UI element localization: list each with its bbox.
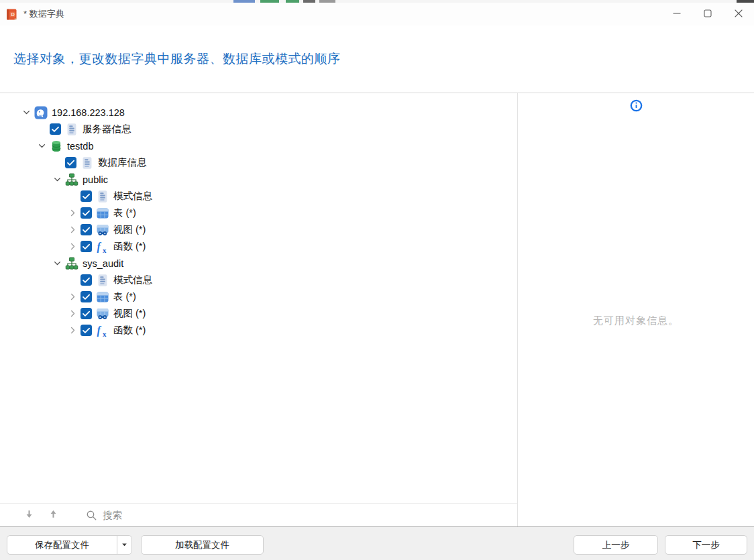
tree-item-label: 模式信息: [113, 274, 152, 286]
window-title: * 数据字典: [23, 8, 64, 20]
search-input[interactable]: [101, 509, 238, 521]
checkbox-checked[interactable]: [80, 190, 92, 202]
minimize-button[interactable]: [661, 3, 692, 25]
titlebar: D * 数据字典: [0, 3, 754, 25]
database-icon: [50, 139, 63, 153]
data-dictionary-book-icon: D: [6, 9, 17, 20]
chevron-right-icon[interactable]: [65, 224, 80, 236]
checkbox-checked[interactable]: [80, 207, 92, 219]
chevron-right-icon[interactable]: [65, 207, 80, 219]
tree-item-label: sys_audit: [83, 258, 123, 269]
save-config-split-button: 保存配置文件: [7, 535, 132, 555]
chevron-down-icon[interactable]: [50, 174, 65, 186]
tree-row[interactable]: fx函数 (*): [0, 322, 517, 339]
tree-row[interactable]: sys_audit: [0, 255, 517, 272]
object-tree: 192.168.223.128服务器信息testdb数据库信息public模式信…: [0, 93, 517, 503]
maximize-button[interactable]: [692, 3, 723, 25]
tree-row[interactable]: 192.168.223.128: [0, 104, 517, 121]
tree-item-label: 视图 (*): [113, 223, 146, 236]
tree-item-label: testdb: [67, 141, 94, 152]
wizard-instruction-header: 选择对象，更改数据字典中服务器、数据库或模式的顺序: [0, 25, 754, 93]
tree-row[interactable]: testdb: [0, 137, 517, 154]
function-icon: fx: [96, 240, 109, 254]
instruction-text: 选择对象，更改数据字典中服务器、数据库或模式的顺序: [13, 50, 341, 68]
tree-row[interactable]: 模式信息: [0, 272, 517, 288]
table-icon: [96, 207, 109, 220]
tree-item-label: 模式信息: [113, 190, 152, 203]
chevron-right-icon[interactable]: [65, 241, 80, 253]
checkbox-checked[interactable]: [80, 291, 92, 302]
checkbox-checked[interactable]: [80, 224, 92, 235]
chevron-right-icon[interactable]: [65, 325, 80, 337]
svg-text:x: x: [103, 245, 107, 254]
function-icon: fx: [96, 324, 109, 337]
tree-item-label: 视图 (*): [113, 307, 146, 320]
save-config-button[interactable]: 保存配置文件: [7, 536, 117, 554]
tree-item-label: 函数 (*): [113, 324, 146, 337]
move-down-button[interactable]: [23, 509, 35, 521]
empty-message: 无可用对象信息。: [518, 315, 754, 327]
info-icon: [630, 99, 643, 112]
object-tree-panel: 192.168.223.128服务器信息testdb数据库信息public模式信…: [0, 93, 518, 526]
main-area: 192.168.223.128服务器信息testdb数据库信息public模式信…: [0, 93, 754, 526]
close-icon: [735, 8, 743, 20]
tree-item-label: 函数 (*): [113, 240, 146, 253]
checkbox-checked[interactable]: [80, 308, 92, 319]
svg-text:D: D: [11, 11, 15, 17]
tree-item-label: 192.168.223.128: [52, 107, 125, 118]
window-controls: [661, 3, 754, 25]
checkbox-checked[interactable]: [50, 123, 61, 135]
move-up-button[interactable]: [47, 509, 59, 521]
arrow-up-icon: [48, 509, 58, 521]
svg-text:f: f: [97, 324, 102, 336]
checkbox-checked[interactable]: [80, 241, 92, 252]
object-info-panel: 无可用对象信息。: [518, 93, 754, 526]
expander-spacer: [65, 274, 80, 286]
checkbox-checked[interactable]: [80, 274, 92, 286]
expander-spacer: [34, 123, 50, 135]
load-config-button[interactable]: 加载配置文件: [141, 535, 264, 555]
tree-row[interactable]: public: [0, 171, 517, 188]
close-button[interactable]: [723, 3, 754, 25]
chevron-down-icon[interactable]: [50, 258, 65, 270]
chevron-down-icon[interactable]: [19, 107, 34, 119]
maximize-icon: [704, 8, 712, 20]
tree-row[interactable]: 数据库信息: [0, 154, 517, 171]
arrow-down-icon: [24, 509, 34, 521]
save-config-dropdown-button[interactable]: [117, 536, 131, 554]
schema-icon: [65, 173, 78, 186]
checkbox-checked[interactable]: [80, 325, 92, 336]
next-step-button[interactable]: 下一步: [665, 535, 747, 555]
tree-row[interactable]: fx函数 (*): [0, 238, 517, 255]
caret-down-icon: [121, 540, 127, 550]
chevron-right-icon[interactable]: [65, 291, 80, 303]
svg-text:f: f: [97, 240, 102, 252]
footer-bar: 保存配置文件 加载配置文件 上一步 下一步: [0, 526, 754, 560]
tree-item-label: 服务器信息: [83, 123, 131, 135]
tree-item-label: 表 (*): [113, 290, 136, 303]
tree-row[interactable]: 表 (*): [0, 288, 517, 305]
background-window-sliver: [0, 0, 754, 3]
tree-row[interactable]: 视图 (*): [0, 305, 517, 322]
tree-row[interactable]: 服务器信息: [0, 121, 517, 137]
tree-item-label: public: [83, 174, 108, 185]
view-icon: [96, 307, 109, 321]
info-doc-icon: [65, 123, 78, 136]
chevron-down-icon[interactable]: [34, 140, 50, 152]
expander-spacer: [65, 190, 80, 203]
postgres-server-icon: [34, 106, 48, 119]
tree-row[interactable]: 表 (*): [0, 205, 517, 221]
tree-row[interactable]: 模式信息: [0, 188, 517, 205]
minimize-icon: [673, 8, 681, 20]
search-box: [86, 509, 238, 521]
data-dictionary-dialog: D * 数据字典 选择对象，更改数据字典中服务器、数据库或模式的顺序 192.1…: [0, 0, 754, 560]
checkbox-checked[interactable]: [65, 157, 76, 168]
view-icon: [96, 223, 109, 237]
chevron-right-icon[interactable]: [65, 308, 80, 320]
tree-row[interactable]: 视图 (*): [0, 221, 517, 238]
previous-step-button[interactable]: 上一步: [574, 535, 658, 555]
tree-toolbar: [0, 503, 517, 526]
svg-text:x: x: [103, 329, 107, 337]
info-doc-icon: [96, 190, 109, 203]
table-icon: [96, 290, 109, 304]
